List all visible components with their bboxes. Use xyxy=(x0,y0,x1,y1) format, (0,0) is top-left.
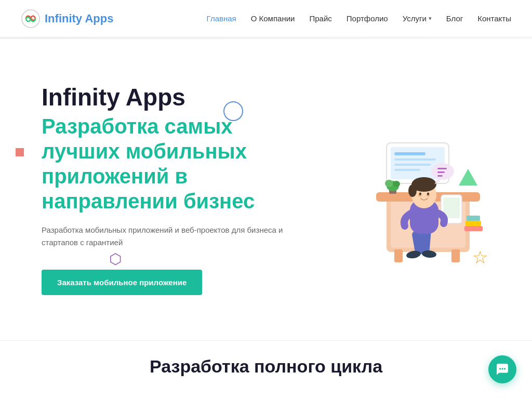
hero-section: ⬡ ☆ Infinity Apps Разработка самых лучши… xyxy=(0,39,532,340)
logo-icon xyxy=(21,9,41,29)
main-nav: Главная О Компании Прайс Портфолио Услуг… xyxy=(207,14,511,23)
svg-point-40 xyxy=(499,368,501,369)
svg-rect-22 xyxy=(467,216,480,221)
svg-point-30 xyxy=(408,184,417,197)
bottom-section: Разработка полного цикла xyxy=(0,340,532,382)
chat-icon xyxy=(496,363,509,376)
svg-point-41 xyxy=(501,368,503,369)
logo-text: Infinity Apps xyxy=(45,12,113,25)
svg-rect-12 xyxy=(394,164,431,166)
svg-point-34 xyxy=(427,193,429,195)
svg-rect-5 xyxy=(451,249,460,262)
svg-rect-10 xyxy=(394,152,425,155)
svg-rect-20 xyxy=(464,226,483,231)
hero-subtitle: Разработка мобильных приложений и веб-пр… xyxy=(42,224,291,249)
nav-item-about[interactable]: О Компании xyxy=(251,14,295,23)
hero-cta-button[interactable]: Заказать мобильное приложение xyxy=(42,270,202,295)
svg-rect-38 xyxy=(437,171,445,173)
svg-rect-11 xyxy=(394,158,436,161)
nav-item-blog[interactable]: Блог xyxy=(446,14,463,23)
bottom-section-title: Разработка полного цикла xyxy=(42,356,490,377)
svg-point-18 xyxy=(385,180,393,187)
hero-title-teal: Разработка самых лучших мобильных прилож… xyxy=(42,114,314,214)
svg-rect-21 xyxy=(466,221,481,226)
nav-item-home[interactable]: Главная xyxy=(207,14,236,23)
header: Infinity Apps Главная О Компании Прайс П… xyxy=(0,0,532,37)
deco-square xyxy=(16,148,24,156)
svg-point-19 xyxy=(393,181,400,187)
hero-illustration-container xyxy=(314,91,490,288)
svg-rect-39 xyxy=(437,175,443,177)
hero-title-black: Infinity Apps xyxy=(42,84,314,111)
chevron-down-icon: ▾ xyxy=(429,15,432,22)
svg-rect-13 xyxy=(394,169,420,171)
nav-item-portfolio[interactable]: Портфолио xyxy=(347,14,388,23)
svg-point-42 xyxy=(504,368,506,369)
hero-content: Infinity Apps Разработка самых лучших мо… xyxy=(42,84,314,295)
nav-item-price[interactable]: Прайс xyxy=(309,14,331,23)
svg-rect-37 xyxy=(437,168,447,169)
chat-button[interactable] xyxy=(488,355,516,382)
nav-item-services[interactable]: Услуги ▾ xyxy=(403,14,432,23)
nav-item-contacts[interactable]: Контакты xyxy=(477,14,511,23)
svg-rect-4 xyxy=(394,249,403,262)
logo-link[interactable]: Infinity Apps xyxy=(21,9,113,29)
svg-point-33 xyxy=(419,193,421,195)
hero-illustration xyxy=(314,91,490,268)
